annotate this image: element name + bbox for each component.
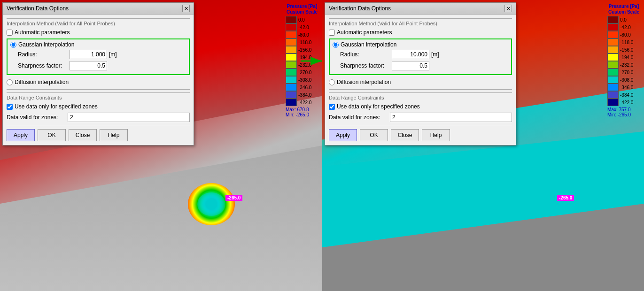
left-diffusion-label: Diffusion interpolation xyxy=(15,79,69,85)
left-radius-input[interactable] xyxy=(70,50,107,59)
left-auto-params-checkbox[interactable] xyxy=(7,30,13,36)
left-ok-button[interactable]: OK xyxy=(38,129,66,141)
left-button-row: Apply OK Close Help xyxy=(7,126,190,141)
right-zones-input[interactable] xyxy=(390,113,512,122)
right-gaussian-row: Gaussian interpolation xyxy=(333,41,508,48)
left-sharpness-input[interactable] xyxy=(70,61,107,70)
left-gaussian-row: Gaussian interpolation xyxy=(10,41,186,48)
right-scale-title: Pressure [Pa] Custom Scale xyxy=(607,4,640,15)
left-dialog-body: Interpolation Method (Valid for All Poin… xyxy=(3,15,194,145)
left-sharpness-row: Sharpness factor: xyxy=(10,61,186,70)
right-use-data-checkbox[interactable] xyxy=(329,104,335,110)
left-gaussian-radio[interactable] xyxy=(10,42,16,48)
right-help-button[interactable]: Help xyxy=(422,129,450,141)
left-diffusion-radio[interactable] xyxy=(7,79,13,85)
right-diffusion-row: Diffusion interpolation xyxy=(329,79,512,85)
left-apply-button[interactable]: Apply xyxy=(7,129,35,141)
left-close-button[interactable]: Close xyxy=(69,129,97,141)
right-color-scale: Pressure [Pa] Custom Scale 0.0 -42.0 -80… xyxy=(607,4,640,117)
left-radius-unit: [m] xyxy=(109,51,117,58)
left-help-button[interactable]: Help xyxy=(100,129,128,141)
right-data-range-section: Data Range Constraints Use data only for… xyxy=(329,89,512,122)
right-panel: -265.0 Pressure [Pa] Custom Scale 0.0 -4… xyxy=(322,0,644,291)
main-container: -265.0 Pressure [Pa] Custom Scale 0.0 -4… xyxy=(0,0,644,291)
left-use-data-row: Use data only for specified zones xyxy=(7,103,190,110)
arrow-svg xyxy=(301,54,326,68)
right-sharpness-input[interactable] xyxy=(392,61,429,70)
right-dialog-titlebar[interactable]: Verification Data Options ✕ xyxy=(325,3,516,15)
right-gaussian-radio[interactable] xyxy=(333,42,339,48)
right-ok-button[interactable]: OK xyxy=(360,129,388,141)
left-section1-label: Interpolation Method (Valid for All Poin… xyxy=(7,18,190,26)
right-radius-unit: [m] xyxy=(431,51,439,58)
left-panel: -265.0 Pressure [Pa] Custom Scale 0.0 -4… xyxy=(0,0,322,291)
left-zones-label: Data valid for zones: xyxy=(7,114,68,121)
right-button-row: Apply OK Close Help xyxy=(329,126,512,141)
gaussian-spot xyxy=(188,183,235,225)
right-auto-params-checkbox[interactable] xyxy=(329,30,335,36)
right-close-button[interactable]: Close xyxy=(391,129,419,141)
left-use-data-checkbox[interactable] xyxy=(7,104,13,110)
right-auto-params-row: Automatic parameters xyxy=(329,29,512,36)
left-dialog-close-button[interactable]: ✕ xyxy=(182,5,190,12)
right-zones-row: Data valid for zones: xyxy=(329,113,512,122)
left-gaussian-group: Gaussian interpolation Radius: [m] Sharp… xyxy=(7,38,190,75)
right-data-label: -265.0 xyxy=(557,195,574,201)
right-dialog-close-button[interactable]: ✕ xyxy=(504,5,512,12)
left-auto-params-row: Automatic parameters xyxy=(7,29,190,36)
left-data-label: -265.0 xyxy=(225,195,242,201)
right-diffusion-radio[interactable] xyxy=(329,79,335,85)
right-use-data-row: Use data only for specified zones xyxy=(329,103,512,110)
left-radius-row: Radius: [m] xyxy=(10,50,186,59)
right-auto-params-label: Automatic parameters xyxy=(337,29,392,36)
right-section1-label: Interpolation Method (Valid for All Poin… xyxy=(329,18,512,26)
left-dialog: Verification Data Options ✕ Interpolatio… xyxy=(2,2,194,146)
right-sharpness-label: Sharpness factor: xyxy=(340,62,392,69)
right-use-data-label: Use data only for specified zones xyxy=(337,103,420,110)
left-gaussian-label: Gaussian interpolation xyxy=(18,41,74,48)
left-sharpness-label: Sharpness factor: xyxy=(18,62,70,69)
left-data-range-section: Data Range Constraints Use data only for… xyxy=(7,89,190,122)
right-gaussian-group: Gaussian interpolation Radius: [m] Sharp… xyxy=(329,38,512,75)
right-radius-label: Radius: xyxy=(340,51,392,58)
right-sharpness-row: Sharpness factor: xyxy=(333,61,508,70)
right-radius-row: Radius: [m] xyxy=(333,50,508,59)
right-dialog-title: Verification Data Options xyxy=(329,5,391,12)
left-diffusion-row: Diffusion interpolation xyxy=(7,79,190,85)
right-apply-button[interactable]: Apply xyxy=(329,129,357,141)
left-auto-params-label: Automatic parameters xyxy=(15,29,70,36)
left-zones-input[interactable] xyxy=(68,113,190,122)
left-zones-row: Data valid for zones: xyxy=(7,113,190,122)
right-dialog: Verification Data Options ✕ Interpolatio… xyxy=(325,2,516,146)
left-use-data-label: Use data only for specified zones xyxy=(15,103,98,110)
right-zones-label: Data valid for zones: xyxy=(329,114,390,121)
left-section2-label: Data Range Constraints xyxy=(7,92,190,100)
arrow-indicator xyxy=(301,54,326,68)
right-diffusion-label: Diffusion interpolation xyxy=(337,79,391,85)
left-scale-title: Pressure [Pa] Custom Scale xyxy=(286,4,318,15)
left-dialog-titlebar[interactable]: Verification Data Options ✕ xyxy=(3,3,194,15)
right-section2-label: Data Range Constraints xyxy=(329,92,512,100)
right-gaussian-label: Gaussian interpolation xyxy=(341,41,396,48)
left-radius-label: Radius: xyxy=(18,51,70,58)
right-dialog-body: Interpolation Method (Valid for All Poin… xyxy=(325,15,516,145)
left-dialog-title: Verification Data Options xyxy=(7,5,69,12)
right-radius-input[interactable] xyxy=(392,50,429,59)
